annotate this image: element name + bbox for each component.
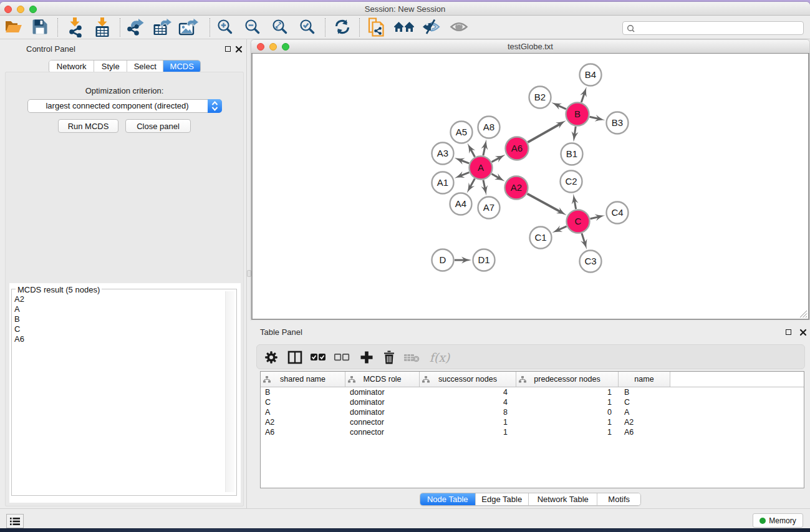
control-panel-close-button[interactable] — [235, 46, 243, 53]
control-panel-float-button[interactable] — [225, 46, 231, 52]
table-cell: B — [619, 387, 670, 397]
graph-edge-A2-C[interactable] — [528, 194, 561, 212]
column-header-name[interactable]: name — [619, 372, 670, 387]
mcds-result-item[interactable]: A — [14, 304, 228, 314]
table-row[interactable]: A6connector11A6 — [261, 427, 804, 437]
table-cell: connector — [345, 427, 420, 437]
network-window-titlebar[interactable]: testGlobe.txt — [251, 40, 809, 54]
table-cell: C — [619, 397, 670, 407]
mcds-result-list[interactable]: A2ABCA6 — [14, 294, 228, 495]
zoom-in-button[interactable] — [215, 19, 236, 35]
tab-network-table[interactable]: Network Table — [529, 493, 597, 505]
mcds-result-item[interactable]: B — [14, 314, 228, 324]
tab-mcds[interactable]: MCDS — [163, 60, 200, 72]
show-selected-button[interactable] — [448, 19, 470, 35]
table-cell: 8 — [420, 407, 516, 417]
mcds-result-item[interactable]: A2 — [14, 294, 228, 304]
graph-edge-A-A4[interactable] — [470, 179, 475, 188]
column-header-successor-nodes[interactable]: successor nodes — [420, 372, 516, 387]
graph-node-label: B2 — [534, 92, 546, 102]
mcds-tab-panel: Optimization criterion: largest connecte… — [5, 72, 244, 506]
show-all-networks-button[interactable] — [393, 19, 415, 35]
network-canvas[interactable]: B4B2BB3A5A8A6A3B1AA1A2C2A4A7C4CC1C3DD1 — [251, 54, 809, 320]
tab-style[interactable]: Style — [94, 60, 127, 72]
mcds-list-scrollbar[interactable] — [225, 291, 234, 492]
eye-slash-icon — [422, 19, 440, 35]
mcds-result-item[interactable]: C — [14, 324, 228, 334]
column-header-MCDS-role[interactable]: MCDS role — [345, 372, 420, 387]
graph-edge-A-A2[interactable] — [491, 174, 499, 178]
graph-node-label: D1 — [478, 254, 489, 265]
function-builder-button[interactable]: f(x) — [427, 349, 452, 365]
zoom-selected-button[interactable] — [297, 19, 318, 35]
table-cell: 1 — [516, 417, 619, 427]
tab-network[interactable]: Network — [49, 60, 94, 72]
zoom-fit-icon — [272, 19, 288, 35]
table-panel-title: Table Panel — [260, 327, 302, 337]
table-toolbar: f(x) — [256, 344, 805, 369]
graph-node-label: C3 — [584, 256, 596, 266]
table-row[interactable]: Cdominator41C — [261, 397, 804, 407]
app-window-title: Session: New Session — [0, 4, 810, 14]
tab-node-table[interactable]: Node Table — [420, 493, 476, 505]
table-cell: dominator — [345, 407, 420, 417]
table-cell: C — [261, 397, 345, 407]
column-header-shared-name[interactable]: shared name — [261, 372, 345, 387]
dropdown-arrows-icon — [208, 99, 222, 113]
table-row[interactable]: Adominator80A — [261, 407, 804, 417]
graph-edge-C-C2[interactable] — [574, 200, 576, 209]
mcds-result-panel: MCDS result (5 nodes) A2ABCA6 — [9, 283, 241, 503]
tab-edge-table[interactable]: Edge Table — [476, 493, 529, 505]
table-panel-float-button[interactable] — [786, 329, 791, 335]
graph-edge-A-A8[interactable] — [483, 146, 485, 155]
table-options-button[interactable] — [262, 349, 281, 365]
table-cell: 1 — [420, 417, 516, 427]
network-graph[interactable]: B4B2BB3A5A8A6A3B1AA1A2C2A4A7C4CC1C3DD1 — [253, 54, 808, 319]
mcds-result-item[interactable]: A6 — [14, 334, 228, 344]
task-history-button[interactable] — [6, 514, 24, 528]
mcds-result-groupbox: MCDS result (5 nodes) A2ABCA6 — [11, 289, 237, 496]
tab-motifs[interactable]: Motifs — [597, 493, 640, 505]
delete-table-button[interactable] — [402, 349, 421, 365]
graph-edge-B-B1[interactable] — [574, 127, 576, 135]
columns-icon — [287, 351, 302, 364]
resize-grip-icon[interactable] — [799, 310, 808, 318]
delete-columns-button[interactable] — [380, 349, 398, 365]
vertical-split-handle[interactable] — [247, 270, 251, 277]
unselect-all-columns-button[interactable] — [332, 349, 351, 365]
graph-node-label: A6 — [511, 143, 523, 153]
tab-select[interactable]: Select — [127, 60, 164, 72]
column-header-predecessor-nodes[interactable]: predecessor nodes — [516, 372, 619, 387]
search-field[interactable] — [622, 21, 804, 35]
optimization-criterion-dropdown[interactable]: largest connected component (directed) — [27, 99, 222, 113]
table-cell: A6 — [261, 427, 345, 437]
toolbar-separator — [359, 18, 360, 37]
network-view-window: testGlobe.txt B4B2BB3A5A8A6A3B1AA1A2C2A4… — [251, 40, 809, 320]
control-panel: Control Panel Network Style Select MCDS … — [0, 39, 247, 509]
app-titlebar[interactable]: Session: New Session — [0, 2, 810, 16]
hide-selected-button[interactable] — [420, 19, 441, 35]
apply-layout-button[interactable] — [332, 19, 353, 35]
graph-node-label: C1 — [534, 232, 546, 243]
search-input[interactable] — [638, 22, 800, 34]
graph-node-label: A4 — [455, 198, 466, 209]
select-all-columns-button[interactable] — [309, 349, 327, 365]
copy-network-button[interactable] — [366, 17, 387, 37]
zoom-fit-button[interactable] — [269, 19, 291, 35]
table-cell: B — [261, 387, 345, 397]
node-table[interactable]: shared name MCDS role successor nodes pr… — [260, 371, 804, 488]
copy-network-icon — [367, 17, 386, 37]
run-mcds-button[interactable]: Run MCDS — [58, 119, 118, 133]
table-row[interactable]: A2connector11A2 — [261, 417, 804, 427]
table-panel-close-button[interactable] — [799, 329, 807, 336]
memory-button[interactable]: Memory — [753, 513, 803, 528]
graph-edge-A6-B[interactable] — [528, 124, 560, 143]
graph-node-label: A8 — [483, 122, 494, 132]
memory-label: Memory — [769, 516, 796, 525]
zoom-out-button[interactable] — [242, 19, 263, 35]
add-column-button[interactable] — [357, 349, 376, 365]
show-column-panel-button[interactable] — [286, 349, 304, 365]
table-row[interactable]: Bdominator41B — [261, 387, 804, 397]
mcds-result-title: MCDS result (5 nodes) — [16, 285, 102, 294]
close-panel-button[interactable]: Close panel — [125, 119, 191, 133]
